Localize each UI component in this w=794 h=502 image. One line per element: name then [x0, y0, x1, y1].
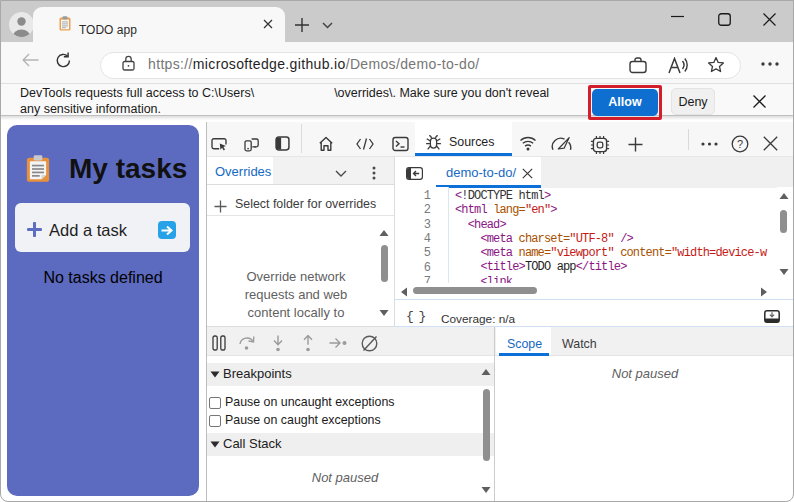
svg-text:?: ?	[737, 138, 743, 150]
